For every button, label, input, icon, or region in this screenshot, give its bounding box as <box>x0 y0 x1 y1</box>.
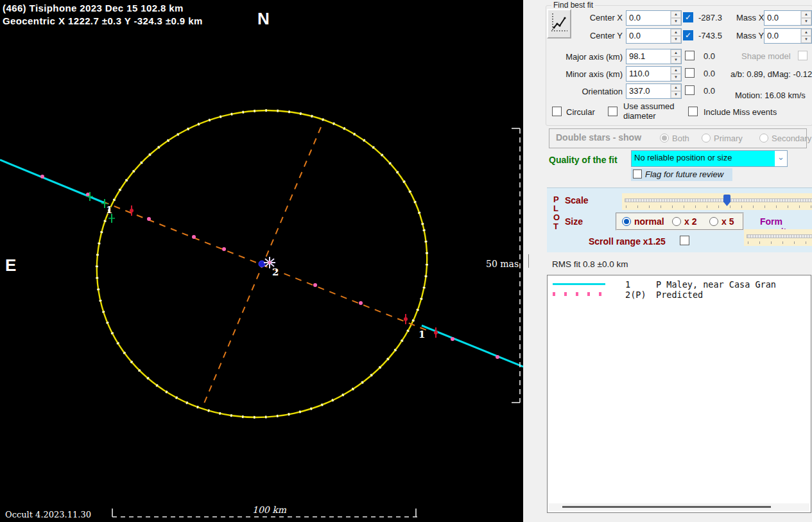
orientation-fit-checkbox[interactable] <box>685 85 695 95</box>
legend-row-2-name: Predicted <box>656 290 703 300</box>
orientation-label: Orientation <box>554 87 623 96</box>
minor-axis-fit-checkbox[interactable] <box>685 68 695 78</box>
plot-letter-t: T <box>553 222 558 231</box>
chord1-label-left: 1 <box>106 204 112 216</box>
mass-x-input[interactable]: 0.0 ▲▼ <box>764 10 812 26</box>
center-x-down-arrow[interactable]: ▼ <box>671 18 681 25</box>
motion-text: Motion: 16.08 km/s <box>735 91 806 100</box>
major-axis-input[interactable]: 98.1 ▲▼ <box>626 49 682 64</box>
center-y-label: Center Y <box>578 31 623 40</box>
center-y-input[interactable]: 0.0 ▲▼ <box>626 28 682 44</box>
legend-row-1-name: P Maley, near Casa Gran <box>656 279 776 290</box>
legend-chord1-line-sample <box>553 283 605 285</box>
center-x-input[interactable]: 0.0 ▲▼ <box>626 10 682 26</box>
major-axis-fit-value: 0.0 <box>704 51 715 61</box>
mass-x-up-arrow[interactable]: ▲ <box>801 11 811 18</box>
plot-controls-panel: P L O T Scale Size normal x 2 x 5 Form o… <box>547 187 812 252</box>
circular-checkbox[interactable] <box>552 107 562 116</box>
center-x-label: Center X <box>578 13 623 22</box>
center-y-down-arrow[interactable]: ▼ <box>671 36 681 43</box>
size-x5-radio[interactable] <box>709 217 718 226</box>
find-best-fit-button[interactable] <box>547 9 571 39</box>
scroll-range-label: Scroll range x1.25 <box>589 236 666 247</box>
scale-slider-thumb[interactable] <box>723 195 730 206</box>
fit-chart-icon <box>549 12 569 35</box>
legend-hscrollbar-thumb[interactable] <box>562 506 771 508</box>
major-axis-down-arrow[interactable]: ▼ <box>671 57 681 64</box>
double-stars-both-radio[interactable] <box>660 134 669 143</box>
double-stars-primary-label: Primary <box>714 134 743 143</box>
circular-label: Circular <box>566 107 595 117</box>
vertical-scale-label: 50 mas <box>486 259 519 269</box>
flag-review-checkbox[interactable] <box>633 170 642 178</box>
size-normal-label: normal <box>634 216 664 227</box>
double-stars-both-label: Both <box>672 134 689 143</box>
minor-axis-input[interactable]: 110.0 ▲▼ <box>626 66 682 82</box>
miss-events-checkbox[interactable] <box>688 107 698 116</box>
flag-review-label: Flag for future review <box>645 170 723 179</box>
form-opacity-slider[interactable] <box>744 229 812 246</box>
center-x-fit-checkbox[interactable]: ✓ <box>683 12 693 22</box>
center-y-up-arrow[interactable]: ▲ <box>671 29 681 36</box>
occult-fit-window: (466) Tisiphone 2023 Dec 15 102.8 km Geo… <box>0 0 812 522</box>
quality-label: Quality of the fit <box>549 155 618 165</box>
size-normal-radio[interactable] <box>622 217 631 226</box>
occultation-plot[interactable]: (466) Tisiphone 2023 Dec 15 102.8 km Geo… <box>0 0 523 522</box>
fit-control-panel: Find best fit Center X 0.0 ▲▼ ✓ -287.3 M… <box>523 0 812 522</box>
mass-x-down-arrow[interactable]: ▼ <box>801 18 811 25</box>
double-stars-group: Double stars - show Both Primary Seconda… <box>549 128 807 148</box>
version-label: Occult 4.2023.11.30 <box>5 510 91 519</box>
legend-hscrollbar[interactable] <box>549 503 809 511</box>
legend-listbox[interactable]: 1 P Maley, near Casa Gran 2(P) Predicted <box>547 275 811 513</box>
major-axis-label: Major axis (km) <box>554 52 623 62</box>
double-stars-secondary-label: Secondary <box>772 134 811 143</box>
mass-y-up-arrow[interactable]: ▲ <box>801 29 811 36</box>
minor-axis-down-arrow[interactable]: ▼ <box>671 74 681 81</box>
size-label: Size <box>565 216 583 227</box>
panel-divider <box>528 254 529 268</box>
scroll-range-checkbox[interactable] <box>680 236 689 245</box>
plot-letter-l: L <box>553 204 558 213</box>
shape-model-checkbox[interactable] <box>798 51 808 60</box>
orientation-input[interactable]: 337.0 ▲▼ <box>626 83 682 99</box>
plot-letter-o: O <box>553 213 560 222</box>
double-stars-primary-radio[interactable] <box>702 134 711 143</box>
chord1-label-right: 1 <box>419 329 425 340</box>
north-label: N <box>257 9 270 29</box>
size-radio-group: normal x 2 x 5 <box>616 213 744 231</box>
major-axis-fit-checkbox[interactable] <box>685 51 695 60</box>
plot-title: (466) Tisiphone 2023 Dec 15 102.8 km <box>3 3 184 13</box>
quality-combobox[interactable]: No reliable position or size ⌄ <box>631 150 788 167</box>
double-stars-caption: Double stars - show <box>556 132 641 143</box>
orientation-up-arrow[interactable]: ▲ <box>671 84 681 91</box>
scale-slider[interactable] <box>622 193 812 210</box>
major-axis-up-arrow[interactable]: ▲ <box>671 49 681 57</box>
double-stars-secondary-radio[interactable] <box>759 134 768 143</box>
orientation-down-arrow[interactable]: ▼ <box>671 91 681 98</box>
plot-subtitle: Geocentric X 1222.7 ±0.3 Y -324.3 ±0.9 k… <box>3 15 203 26</box>
flag-review-container: Flag for future review <box>631 168 732 181</box>
assumed-diameter-label: Use assumed diameter <box>623 101 687 121</box>
center-y-fit-value: -743.5 <box>698 31 722 40</box>
assumed-diameter-checkbox[interactable] <box>608 107 618 116</box>
horizontal-scale-label: 100 km <box>250 505 288 515</box>
legend-predicted-dots-sample <box>553 292 607 296</box>
miss-events-label: Include Miss events <box>704 107 777 117</box>
combo-chevron-down-icon[interactable]: ⌄ <box>775 151 787 166</box>
plot-canvas <box>0 0 523 522</box>
mass-y-down-arrow[interactable]: ▼ <box>801 36 811 43</box>
quality-selected-value: No reliable position or size <box>632 151 775 166</box>
size-x2-radio[interactable] <box>672 217 681 226</box>
minor-axis-label: Minor axis (km) <box>554 69 623 79</box>
center-x-up-arrow[interactable]: ▲ <box>671 11 681 18</box>
shape-model-label: Shape model <box>741 51 791 61</box>
minor-axis-up-arrow[interactable]: ▲ <box>671 67 681 74</box>
size-x5-label: x 5 <box>721 216 734 227</box>
center-y-fit-checkbox[interactable]: ✓ <box>683 30 693 40</box>
event-time-markers-red <box>130 205 438 338</box>
legend-row-1-id: 1 <box>625 279 630 290</box>
scale-label: Scale <box>565 195 589 205</box>
find-best-fit-caption: Find best fit <box>551 1 595 10</box>
mass-y-input[interactable]: 0.0 ▲▼ <box>764 28 812 44</box>
rms-fit-text: RMS fit 0.8 ±0.0 km <box>552 259 628 269</box>
